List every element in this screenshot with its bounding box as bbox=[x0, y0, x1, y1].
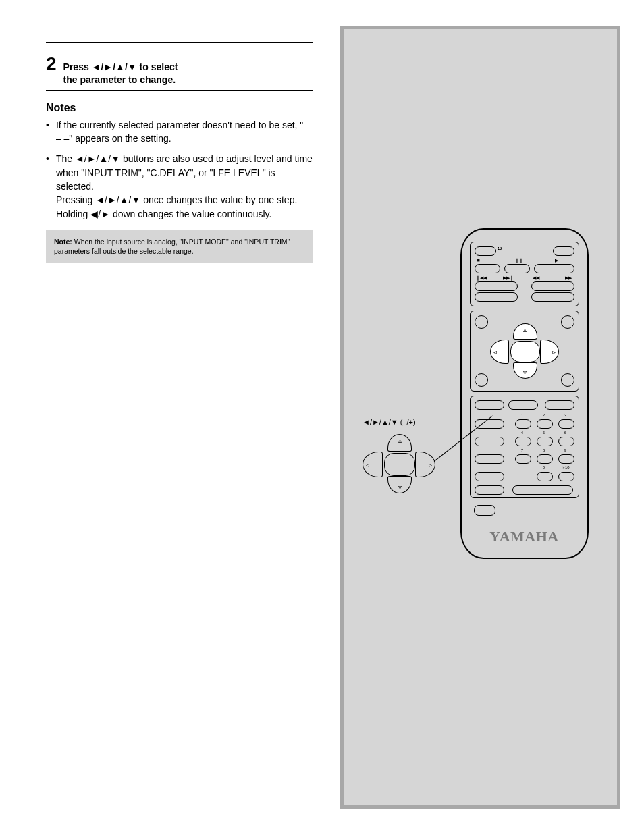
step-instruction: Press ◄/►/▲/▼ to select the parameter to… bbox=[63, 61, 313, 86]
pill-button[interactable] bbox=[475, 454, 504, 464]
notes-heading: Notes bbox=[46, 102, 313, 114]
stop-icon: ■ bbox=[477, 258, 480, 263]
remote-bottom-panel: 1 2 3 4 5 6 7 8 9 bbox=[470, 396, 579, 498]
num-button-9[interactable] bbox=[558, 454, 574, 464]
search-button-right[interactable] bbox=[531, 292, 574, 302]
chevron-right-icon: ▹ bbox=[552, 348, 556, 356]
rew-icon: ◀◀ bbox=[533, 275, 539, 281]
button-divider bbox=[495, 292, 495, 300]
func-button-a[interactable] bbox=[475, 400, 504, 410]
remote-top-panel: ⏻ ■ ❙❙ ▶ ❙◀◀ ▶▶❙ ◀◀ ▶▶ bbox=[470, 242, 579, 306]
corner-button-bl[interactable] bbox=[475, 373, 488, 387]
dpad-right[interactable]: ▹ bbox=[540, 340, 559, 364]
ff-icon: ▶▶ bbox=[565, 275, 572, 281]
num-button-1[interactable] bbox=[515, 419, 531, 429]
skip-button-right[interactable] bbox=[531, 281, 574, 291]
num-button-7[interactable] bbox=[515, 454, 531, 464]
num-label: 6 bbox=[562, 431, 569, 435]
power-icon: ⏻ bbox=[498, 246, 502, 250]
num-button-4[interactable] bbox=[515, 437, 531, 446]
step-line2: the parameter to change. bbox=[63, 74, 176, 85]
num-button-0[interactable] bbox=[537, 472, 553, 481]
list-item: The ◄/►/▲/▼ buttons are also used to adj… bbox=[46, 152, 313, 220]
stop-button[interactable] bbox=[475, 264, 500, 273]
bullet-text: The ◄/►/▲/▼ buttons are also used to adj… bbox=[56, 152, 313, 220]
corner-button-tl[interactable] bbox=[475, 315, 488, 329]
chevron-up-icon: ▵ bbox=[523, 326, 527, 333]
chevron-up-icon: ▵ bbox=[398, 437, 402, 444]
divider bbox=[46, 42, 313, 43]
highlighted-note: Note: When the input source is analog, "… bbox=[46, 230, 313, 263]
chevron-left-icon: ◃ bbox=[493, 348, 497, 356]
num-button-6[interactable] bbox=[558, 437, 574, 446]
d-pad: ▵ ▿ ◃ ▹ bbox=[490, 323, 559, 379]
dpad-left[interactable]: ◃ bbox=[490, 340, 509, 364]
corner-button-tr[interactable] bbox=[561, 315, 574, 329]
left-column: 2 Press ◄/►/▲/▼ to select the parameter … bbox=[46, 41, 313, 263]
bullet-text: If the currently selected parameter does… bbox=[56, 118, 313, 146]
num-button-3[interactable] bbox=[558, 419, 574, 429]
num-label: 1 bbox=[519, 413, 526, 417]
pause-button[interactable] bbox=[504, 264, 530, 273]
step-heading: 2 Press ◄/►/▲/▼ to select the parameter … bbox=[46, 53, 313, 86]
dpad-callout: ▵ ▿ ◃ ▹ bbox=[363, 434, 435, 493]
skip-back-icon: ❙◀◀ bbox=[476, 275, 487, 281]
pause-icon: ❙❙ bbox=[515, 258, 523, 263]
dpad-down: ▿ bbox=[387, 476, 412, 493]
dpad-down[interactable]: ▿ bbox=[513, 362, 537, 379]
search-button-left[interactable] bbox=[475, 292, 518, 302]
power-button[interactable] bbox=[475, 246, 496, 256]
chevron-down-icon: ▿ bbox=[523, 369, 527, 376]
step-number: 2 bbox=[46, 53, 57, 75]
manual-page: 2 Press ◄/►/▲/▼ to select the parameter … bbox=[0, 0, 644, 835]
num-button-8[interactable] bbox=[537, 454, 553, 464]
corner-button-br[interactable] bbox=[561, 373, 574, 387]
notes-list: If the currently selected parameter does… bbox=[46, 118, 313, 221]
num-button-5[interactable] bbox=[537, 437, 553, 446]
footer-button[interactable] bbox=[474, 505, 495, 516]
dpad-center[interactable] bbox=[510, 341, 540, 362]
note-title: Note: bbox=[54, 238, 72, 246]
num-label: >10 bbox=[560, 466, 572, 470]
num-label: 2 bbox=[541, 413, 547, 417]
num-label: 0 bbox=[541, 466, 547, 470]
wide-button[interactable] bbox=[512, 485, 573, 495]
num-label: 5 bbox=[541, 431, 547, 435]
pill-button[interactable] bbox=[475, 485, 504, 495]
chevron-left-icon: ◃ bbox=[366, 461, 369, 468]
num-label: 8 bbox=[541, 448, 547, 452]
skip-fwd-icon: ▶▶❙ bbox=[503, 275, 514, 281]
dpad-up: ▵ bbox=[387, 434, 412, 452]
button-divider bbox=[554, 281, 554, 290]
divider bbox=[46, 90, 313, 91]
num-button-2[interactable] bbox=[537, 419, 553, 429]
list-item: If the currently selected parameter does… bbox=[46, 118, 313, 146]
play-button[interactable] bbox=[534, 264, 574, 273]
dpad-center bbox=[384, 453, 415, 476]
pill-button[interactable] bbox=[475, 472, 504, 481]
step-line1: Press ◄/►/▲/▼ to select bbox=[63, 61, 178, 72]
chevron-right-icon: ▹ bbox=[429, 461, 432, 468]
func-button-c[interactable] bbox=[545, 400, 574, 410]
remote-illustration-panel: ◄/►/▲/▼ (–/+) ⏻ ■ ❙❙ ▶ ❙◀◀ ▶▶❙ ◀◀ ▶▶ bbox=[340, 26, 620, 809]
skip-button-left[interactable] bbox=[475, 281, 518, 291]
num-label: 9 bbox=[562, 448, 569, 452]
brand-logo: YAMAHA bbox=[462, 528, 587, 545]
num-label: 7 bbox=[519, 448, 526, 452]
num-button-10plus[interactable] bbox=[558, 472, 574, 481]
chevron-down-icon: ▿ bbox=[398, 483, 402, 491]
num-label: 4 bbox=[519, 431, 526, 435]
dpad-right: ▹ bbox=[415, 452, 435, 477]
func-button-b[interactable] bbox=[508, 400, 538, 410]
remote-mid-panel: ▵ ▿ ◃ ▹ bbox=[470, 311, 579, 392]
pill-button[interactable] bbox=[475, 419, 504, 429]
pill-button[interactable] bbox=[475, 437, 504, 446]
dpad-left: ◃ bbox=[363, 452, 383, 477]
num-label: 3 bbox=[562, 413, 569, 417]
top-right-button[interactable] bbox=[553, 246, 574, 256]
note-body: When the input source is analog, "INPUT … bbox=[54, 238, 290, 255]
button-divider bbox=[554, 292, 554, 300]
play-icon: ▶ bbox=[555, 258, 558, 263]
remote-control: ⏻ ■ ❙❙ ▶ ❙◀◀ ▶▶❙ ◀◀ ▶▶ bbox=[460, 228, 589, 559]
dpad-up[interactable]: ▵ bbox=[513, 323, 537, 340]
